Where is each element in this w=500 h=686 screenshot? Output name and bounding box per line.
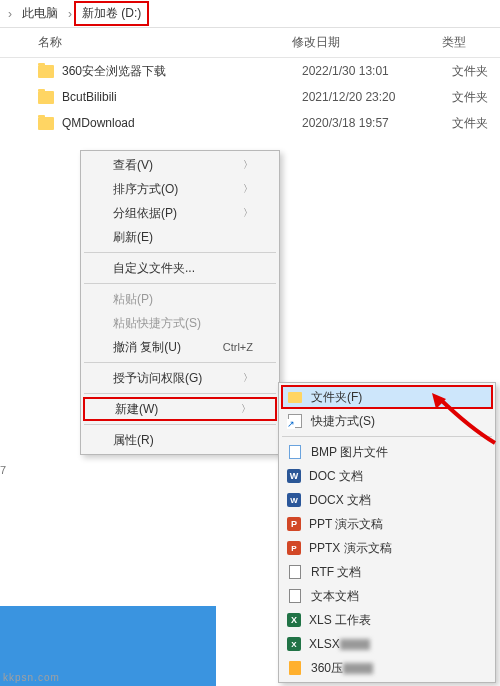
menu-shortcut: Ctrl+Z [223,341,253,353]
folder-icon [38,65,54,78]
submenu-folder[interactable]: 文件夹(F) [281,385,493,409]
xls-icon: X [287,613,301,627]
file-type: 文件夹 [452,89,488,106]
folder-icon [38,117,54,130]
zip-icon [287,660,303,676]
menu-customize[interactable]: 自定义文件夹... [83,256,277,280]
watermark: kkpsn.com [3,672,60,683]
menu-undo[interactable]: 撤消 复制(U)Ctrl+Z [83,335,277,359]
file-name: QMDownload [62,116,302,130]
blurred-text [340,639,370,650]
docx-icon: W [287,493,301,507]
file-date: 2021/12/20 23:20 [302,90,452,104]
menu-paste-shortcut: 粘贴快捷方式(S) [83,311,277,335]
menu-separator [84,283,276,284]
file-type: 文件夹 [452,63,488,80]
file-list: 360安全浏览器下载 2022/1/30 13:01 文件夹 BcutBilib… [0,58,500,136]
file-date: 2022/1/30 13:01 [302,64,452,78]
chevron-right-icon: 〉 [243,206,253,220]
chevron-right-icon: 〉 [241,402,251,416]
chevron-right-icon: 〉 [243,158,253,172]
folder-icon [287,389,303,405]
menu-separator [84,362,276,363]
breadcrumb: › 此电脑 › 新加卷 (D:) [0,0,500,28]
submenu-shortcut[interactable]: 快捷方式(S) [281,409,493,433]
rtf-icon [287,564,303,580]
menu-grant-access[interactable]: 授予访问权限(G)〉 [83,366,277,390]
shortcut-icon [287,413,303,429]
file-row[interactable]: QMDownload 2020/3/18 19:57 文件夹 [0,110,500,136]
chevron-right-icon: 〉 [243,371,253,385]
bmp-icon [287,444,303,460]
submenu-new: 文件夹(F) 快捷方式(S) BMP 图片文件 W DOC 文档 W DOCX … [278,382,496,683]
submenu-docx[interactable]: W DOCX 文档 [281,488,493,512]
file-row[interactable]: BcutBilibili 2021/12/20 23:20 文件夹 [0,84,500,110]
submenu-rtf[interactable]: RTF 文档 [281,560,493,584]
menu-separator [84,424,276,425]
menu-group[interactable]: 分组依据(P)〉 [83,201,277,225]
menu-separator [282,436,492,437]
blurred-text [343,663,373,674]
context-menu: 查看(V)〉 排序方式(O)〉 分组依据(P)〉 刷新(E) 自定义文件夹...… [80,150,280,455]
submenu-zip[interactable]: 360压 [281,656,493,680]
crumb-sep-prefix: › [6,7,14,21]
file-date: 2020/3/18 19:57 [302,116,452,130]
file-type: 文件夹 [452,115,488,132]
crumb-parent[interactable]: 此电脑 [14,1,66,26]
crumb-sep: › [66,7,74,21]
menu-properties[interactable]: 属性(R) [83,428,277,452]
column-headers: 名称 修改日期 类型 [0,28,500,58]
pptx-icon: P [287,541,301,555]
ppt-icon: P [287,517,301,531]
submenu-txt[interactable]: 文本文档 [281,584,493,608]
menu-paste: 粘贴(P) [83,287,277,311]
file-row[interactable]: 360安全浏览器下载 2022/1/30 13:01 文件夹 [0,58,500,84]
crumb-current[interactable]: 新加卷 (D:) [74,1,149,26]
sidebar-stub: 7 [0,440,10,500]
chevron-right-icon: 〉 [243,182,253,196]
menu-refresh[interactable]: 刷新(E) [83,225,277,249]
col-header-date[interactable]: 修改日期 [292,34,442,51]
col-header-name[interactable]: 名称 [12,34,292,51]
menu-view[interactable]: 查看(V)〉 [83,153,277,177]
menu-new[interactable]: 新建(W)〉 [83,397,277,421]
submenu-xls[interactable]: X XLS 工作表 [281,608,493,632]
menu-sort[interactable]: 排序方式(O)〉 [83,177,277,201]
submenu-bmp[interactable]: BMP 图片文件 [281,440,493,464]
xlsx-icon: X [287,637,301,651]
txt-icon [287,588,303,604]
file-name: BcutBilibili [62,90,302,104]
col-header-type[interactable]: 类型 [442,34,488,51]
menu-separator [84,393,276,394]
folder-icon [38,91,54,104]
submenu-xlsx[interactable]: X XLSX [281,632,493,656]
submenu-pptx[interactable]: P PPTX 演示文稿 [281,536,493,560]
doc-icon: W [287,469,301,483]
file-name: 360安全浏览器下载 [62,63,302,80]
submenu-doc[interactable]: W DOC 文档 [281,464,493,488]
menu-separator [84,252,276,253]
submenu-ppt[interactable]: P PPT 演示文稿 [281,512,493,536]
